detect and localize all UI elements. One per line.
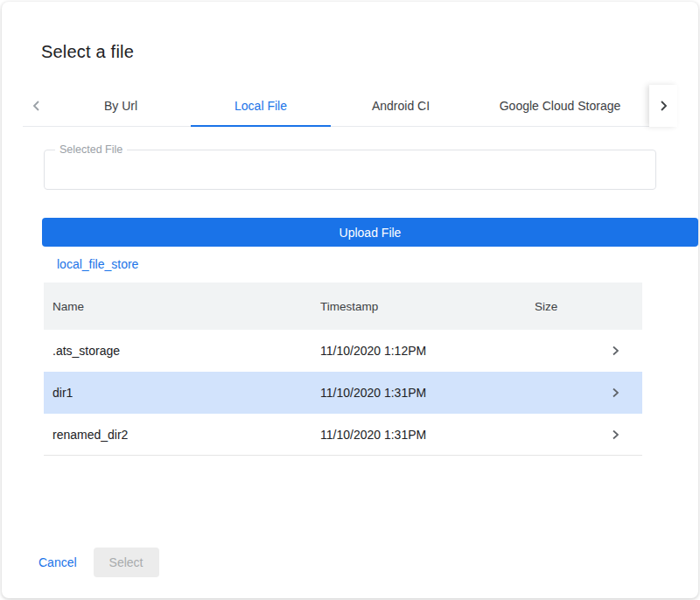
table-row-dir1[interactable]: dir1 11/10/2020 1:31PM xyxy=(44,372,642,414)
chevron-right-icon xyxy=(611,345,620,356)
select-button[interactable]: Select xyxy=(94,548,159,577)
tab-local-file[interactable]: Local File xyxy=(191,85,331,126)
row-expand-button[interactable] xyxy=(601,387,642,398)
table-header-row: Name Timestamp Size xyxy=(44,283,642,330)
chevron-right-icon xyxy=(611,429,620,440)
tab-by-url[interactable]: By Url xyxy=(51,85,191,126)
upload-file-button[interactable]: Upload File xyxy=(42,218,698,247)
tab-label: Android CI xyxy=(372,99,430,113)
tab-bar: By Url Local File Android CI Google Clou… xyxy=(23,85,677,127)
cell-name: renamed_dir2 xyxy=(44,428,317,442)
column-header-size: Size xyxy=(531,300,601,313)
selected-file-field: Selected File xyxy=(44,150,656,190)
cell-name: dir1 xyxy=(44,386,317,400)
chevron-left-icon xyxy=(32,100,42,112)
tabs-prev-button[interactable] xyxy=(23,85,51,127)
cell-timestamp: 11/10/2020 1:12PM xyxy=(317,344,531,358)
chevron-right-icon xyxy=(658,100,668,112)
tab-list: By Url Local File Android CI Google Clou… xyxy=(51,85,649,127)
tabs-next-button[interactable] xyxy=(649,85,677,127)
tab-label: Google Cloud Storage xyxy=(500,99,621,113)
row-expand-button[interactable] xyxy=(601,345,642,356)
selected-file-input[interactable] xyxy=(45,150,655,189)
table-row-renamed-dir2[interactable]: renamed_dir2 11/10/2020 1:31PM xyxy=(44,414,642,456)
cancel-button[interactable]: Cancel xyxy=(38,548,77,576)
file-table: Name Timestamp Size .ats_storage 11/10/2… xyxy=(44,283,642,456)
table-row-ats-storage[interactable]: .ats_storage 11/10/2020 1:12PM xyxy=(44,330,642,372)
selected-file-label: Selected File xyxy=(55,143,127,157)
cell-timestamp: 11/10/2020 1:31PM xyxy=(317,386,531,400)
column-header-timestamp: Timestamp xyxy=(317,300,531,313)
cell-timestamp: 11/10/2020 1:31PM xyxy=(317,428,531,442)
dialog-footer: Cancel Select xyxy=(2,548,698,598)
dialog-title: Select a file xyxy=(41,42,698,62)
select-file-dialog: Select a file By Url Local File Android … xyxy=(2,2,698,598)
tab-label: Local File xyxy=(234,99,287,113)
cell-name: .ats_storage xyxy=(44,344,317,358)
tab-android-ci[interactable]: Android CI xyxy=(331,85,471,126)
chevron-right-icon xyxy=(611,387,620,398)
tab-label: By Url xyxy=(104,99,137,113)
breadcrumb-local-file-store[interactable]: local_file_store xyxy=(57,257,698,271)
tab-google-cloud-storage[interactable]: Google Cloud Storage xyxy=(471,85,649,126)
column-header-name: Name xyxy=(44,300,317,313)
row-expand-button[interactable] xyxy=(601,429,642,440)
